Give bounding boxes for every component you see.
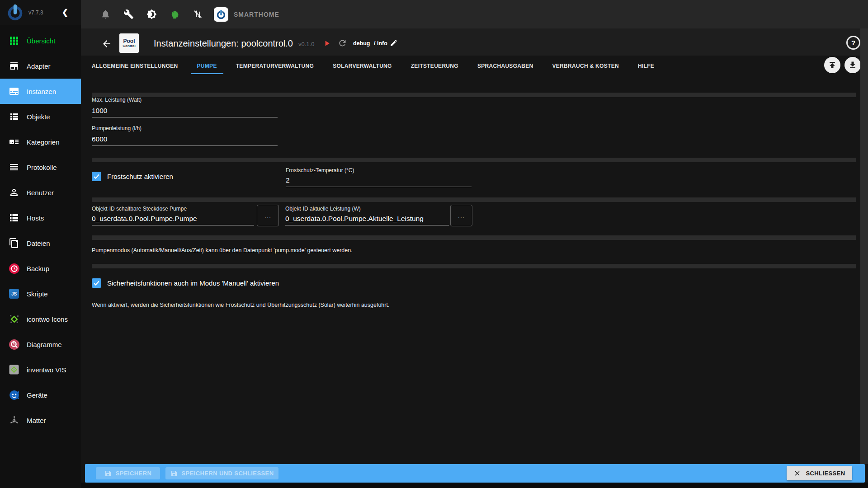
edit-pencil-icon[interactable] — [390, 39, 398, 47]
max-power-input[interactable]: 1000 — [92, 107, 278, 117]
save-icon — [104, 470, 112, 477]
oid-power-input[interactable]: 0_userdata.0.Pool.Pumpe.Aktuelle_Leistun… — [285, 215, 449, 225]
tab-pumpe[interactable]: PUMPE — [191, 56, 223, 76]
sidebar-item-label: Skripte — [27, 290, 48, 298]
sidebar-item-benutzer[interactable]: Benutzer — [0, 180, 81, 205]
pump-capacity-input[interactable]: 6000 — [92, 135, 278, 146]
smarthome-app-icon[interactable] — [214, 7, 228, 22]
oid-socket-input[interactable]: 0_userdata.0.Pool.Pumpe.Pumpe — [92, 215, 254, 225]
import-config-button[interactable] — [824, 57, 840, 73]
checkbox-checked-icon[interactable] — [92, 172, 101, 181]
tab-solarverwaltung[interactable]: SOLARVERWALTUNG — [326, 56, 398, 76]
oid-power-label: Objekt-ID aktuelle Leistung (W) — [285, 206, 361, 212]
inventwo-vis-icon — [8, 364, 20, 375]
wrench-icon[interactable] — [123, 9, 134, 20]
oid-socket-picker-button[interactable]: ... — [257, 205, 279, 226]
logs-icon — [8, 161, 20, 173]
close-button-label: SCHLIESSEN — [806, 470, 845, 477]
sidebar-nav: Übersicht Adapter Instanzen Objekte — [0, 28, 81, 433]
store-icon — [8, 60, 20, 72]
refresh-icon[interactable] — [338, 38, 347, 48]
notifications-bell-icon[interactable] — [100, 9, 111, 20]
footer-toolbar: SPEICHERN SPEICHERN UND SCHLIESSEN SCHLI… — [85, 464, 865, 483]
oid-socket-label: Objekt-ID schaltbare Steckdose Pumpe — [92, 206, 187, 212]
sidebar-item-label: Adapter — [27, 62, 51, 70]
sidebar-item-matter[interactable]: Matter — [0, 408, 81, 433]
upload-icon — [828, 61, 837, 70]
section-divider — [92, 235, 856, 240]
save-and-close-button[interactable]: SPEICHERN UND SCHLIESSEN — [165, 467, 278, 479]
save-and-close-button-label: SPEICHERN UND SCHLIESSEN — [182, 470, 274, 477]
tab-verbrauch-kosten[interactable]: VERBRAUCH & KOSTEN — [546, 56, 625, 76]
max-power-label: Max. Leistung (Watt) — [92, 97, 142, 103]
close-button[interactable]: SCHLIESSEN — [787, 466, 852, 480]
checkbox-checked-icon[interactable] — [92, 278, 101, 288]
poolcontrol-adapter-logo: Pool Control — [119, 33, 139, 53]
sidebar-item-geraete[interactable]: Geräte — [0, 382, 81, 408]
sidebar-item-skripte[interactable]: JS Skripte — [0, 281, 81, 306]
tab-sprachausgaben[interactable]: SPRACHAUSGABEN — [471, 56, 540, 76]
icontwo-icon — [8, 313, 20, 325]
expert-mode-icon[interactable] — [169, 9, 180, 20]
sidebar-item-adapter[interactable]: Adapter — [0, 53, 81, 79]
page-title: Instanzeinstellungen: poolcontrol.0 — [154, 38, 293, 49]
frost-protect-checkbox-row[interactable]: Frostschutz aktivieren — [92, 172, 173, 181]
instances-icon — [8, 85, 20, 97]
hosts-icon — [8, 212, 20, 224]
sidebar-item-kategorien[interactable]: Kategorien — [0, 129, 81, 155]
main-area: SMARTHOME Pool Control Instanzeinstellun… — [81, 0, 868, 488]
section-divider — [92, 264, 856, 268]
sidebar-item-hosts[interactable]: Hosts — [0, 205, 81, 230]
sidebar-item-label: Diagramme — [27, 341, 62, 348]
download-icon — [848, 61, 857, 70]
save-button[interactable]: SPEICHERN — [96, 467, 160, 479]
section-divider — [92, 93, 856, 97]
sidebar-item-uebersicht[interactable]: Übersicht — [0, 28, 81, 53]
sidebar-item-label: Geräte — [27, 391, 47, 399]
backup-icon — [8, 263, 20, 274]
sidebar-item-inventwo-vis[interactable]: inventwo VIS — [0, 357, 81, 382]
oid-power-picker-button[interactable]: ... — [450, 205, 472, 226]
tab-allgemeine-einstellungen[interactable]: ALLGEMEINE EINSTELLUNGEN — [85, 56, 184, 76]
sidebar: v7.7.3 ❮ Übersicht Adapter Instanze — [0, 0, 81, 488]
categories-icon — [8, 136, 20, 148]
back-arrow-icon[interactable] — [101, 38, 112, 49]
tab-temperaturverwaltung[interactable]: TEMPERATURVERWALTUNG — [230, 56, 320, 76]
tab-hilfe[interactable]: HILFE — [632, 56, 660, 76]
sidebar-item-label: Backup — [27, 265, 49, 272]
safety-checkbox-row[interactable]: Sicherheitsfunktionen auch im Modus 'Man… — [92, 278, 279, 288]
top-toolbar: SMARTHOME — [81, 0, 868, 28]
sidebar-item-icontwo[interactable]: icontwo Icons — [0, 306, 81, 332]
tab-zeitsteuerung[interactable]: ZEITSTEUERUNG — [405, 56, 465, 76]
frost-temp-input[interactable]: 2 — [286, 176, 472, 187]
pump-settings-form: Max. Leistung (Watt) 1000 Pumpenleistung… — [81, 76, 868, 464]
theme-toggle-icon[interactable] — [146, 9, 157, 20]
sidebar-item-diagramme[interactable]: Diagramme — [0, 332, 81, 357]
adapter-version: v0.1.0 — [298, 41, 314, 47]
safety-label: Sicherheitsfunktionen auch im Modus 'Man… — [107, 279, 279, 287]
devices-icon — [8, 389, 20, 401]
bottom-strip — [81, 483, 868, 488]
section-divider — [92, 158, 856, 162]
list-icon — [8, 111, 20, 122]
sidebar-item-dateien[interactable]: Dateien — [0, 230, 81, 256]
sidebar-item-label: Matter — [27, 417, 46, 424]
export-config-button[interactable] — [844, 57, 861, 73]
sidebar-item-backup[interactable]: Backup — [0, 256, 81, 281]
collapse-sidebar-icon[interactable]: ❮ — [62, 8, 68, 17]
save-icon — [170, 470, 178, 477]
sync-disabled-icon[interactable] — [192, 9, 203, 20]
pump-capacity-label: Pumpenleistung (l/h) — [92, 125, 142, 131]
user-icon — [8, 187, 20, 198]
sidebar-item-instanzen[interactable]: Instanzen — [0, 79, 81, 104]
sidebar-item-protokolle[interactable]: Protokolle — [0, 155, 81, 180]
sidebar-item-label: Übersicht — [27, 37, 55, 45]
sidebar-item-objekte[interactable]: Objekte — [0, 104, 81, 129]
help-button[interactable]: ? — [846, 36, 860, 50]
frost-temp-label: Frostschutz-Temperatur (°C) — [286, 167, 354, 174]
safety-note: Wenn aktiviert, werden die Sicherheitsfu… — [92, 302, 389, 308]
grid-icon — [8, 35, 20, 47]
sidebar-item-label: icontwo Icons — [27, 315, 68, 323]
vertical-scrollbar[interactable] — [860, 28, 868, 464]
close-icon — [793, 469, 801, 477]
